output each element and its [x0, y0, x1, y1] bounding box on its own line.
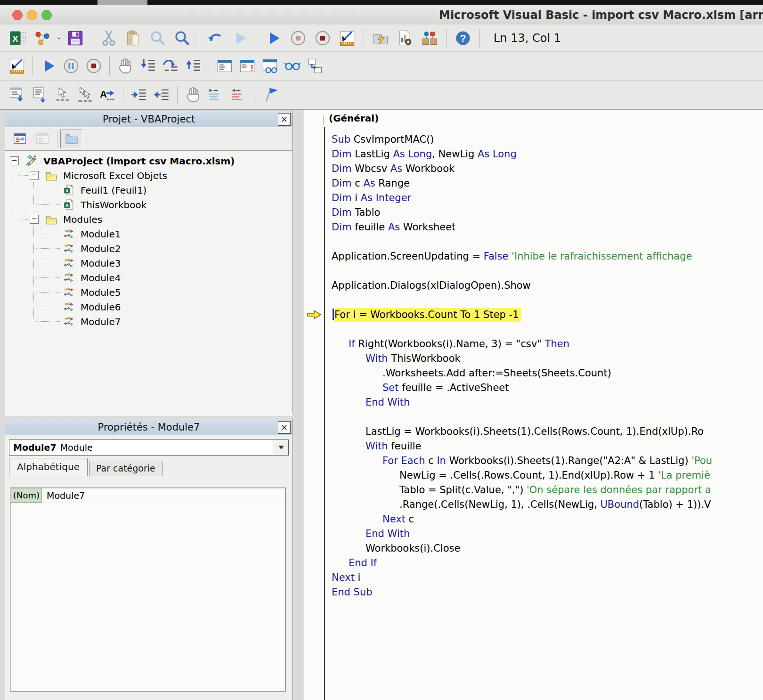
- indent-button[interactable]: [128, 83, 150, 106]
- code-line-17[interactable]: .Worksheets.Add after:=Sheets(Sheets.Cou…: [325, 366, 763, 381]
- watch-window-button[interactable]: [259, 55, 281, 77]
- project-explorer-button[interactable]: [368, 27, 393, 49]
- tree-item-module1[interactable]: Module1: [5, 227, 292, 241]
- step-into-button[interactable]: [137, 55, 159, 77]
- find-strong-button[interactable]: [170, 27, 195, 49]
- properties-panel-titlebar[interactable]: Propriétés - Module7: [5, 419, 292, 435]
- run-button[interactable]: [37, 55, 60, 77]
- code-line-21[interactable]: LastLig = Workbooks(i).Sheets(1).Cells(R…: [325, 424, 763, 439]
- code-line-26[interactable]: .Range(.Cells(NewLig, 1), .Cells(NewLig,…: [325, 497, 763, 512]
- outdent-button[interactable]: [150, 83, 173, 106]
- locals-window-button[interactable]: [213, 55, 236, 77]
- breakpoint-hand-button[interactable]: [182, 83, 204, 106]
- quick-info-button[interactable]: [51, 83, 73, 106]
- code-line-24[interactable]: NewLig = .Cells(.Rows.Count, 1).End(xlUp…: [325, 468, 763, 483]
- code-line-23[interactable]: For Each c In Workbooks(i).Sheets(1).Ran…: [325, 454, 763, 468]
- code-line-15[interactable]: If Right(Workbooks(i).Name, 3) = "csv" T…: [325, 337, 763, 351]
- tree-item-feuil1-feuil1[interactable]: XFeuil1 (Feuil1): [5, 183, 292, 197]
- breakpoint-hand-button[interactable]: [114, 55, 137, 77]
- tree-item-module3[interactable]: Module3: [5, 256, 292, 270]
- code-line-27[interactable]: Next c: [325, 512, 763, 527]
- code-line-29[interactable]: Workbooks(i).Close: [325, 541, 763, 556]
- tree-item-module5[interactable]: Module5: [5, 285, 292, 300]
- tree-item-module4[interactable]: Module4: [5, 270, 292, 285]
- dropdown-caret[interactable]: [55, 27, 63, 49]
- code-line-11[interactable]: Application.Dialogs(xlDialogOpen).Show: [325, 278, 763, 293]
- call-stack-button[interactable]: [304, 55, 326, 77]
- tree-item-module7[interactable]: Module7: [5, 314, 292, 329]
- properties-window-button[interactable]: [393, 27, 417, 49]
- reset-button[interactable]: [82, 55, 105, 77]
- dropdown-arrow-button[interactable]: [274, 440, 288, 455]
- run-button[interactable]: [261, 27, 286, 49]
- save-button[interactable]: [63, 27, 88, 49]
- help-button[interactable]: ?: [451, 27, 475, 49]
- tree-expander[interactable]: −: [30, 171, 39, 180]
- list-constants-button[interactable]: [28, 83, 51, 106]
- code-line-16[interactable]: With ThisWorkbook: [325, 351, 763, 366]
- step-out-button[interactable]: [182, 55, 204, 77]
- design-mode-button[interactable]: [6, 55, 28, 77]
- code-line-2[interactable]: Dim LastLig As Long, NewLig As Long: [325, 147, 763, 162]
- code-line-22[interactable]: With feuille: [325, 439, 763, 454]
- code-line-20[interactable]: [325, 410, 763, 424]
- reset-button[interactable]: [310, 27, 335, 49]
- tab-alphab-tique[interactable]: Alphabétique: [9, 458, 88, 476]
- code-line-4[interactable]: Dim c As Range: [325, 176, 763, 191]
- code-object-dropdown[interactable]: (Général): [304, 110, 763, 127]
- complete-word-button[interactable]: A: [96, 83, 119, 106]
- code-line-8[interactable]: [325, 235, 763, 249]
- code-line-6[interactable]: Dim Tablo: [325, 205, 763, 220]
- code-line-12[interactable]: [325, 293, 763, 308]
- uncomment-block-button[interactable]: [227, 83, 250, 106]
- minimize-window-button[interactable]: [27, 10, 37, 20]
- components-button[interactable]: [30, 27, 55, 49]
- project-panel-close-button[interactable]: [278, 113, 291, 126]
- design-mode-button[interactable]: [335, 27, 359, 49]
- bookmark-button[interactable]: [259, 83, 281, 106]
- cut-button[interactable]: [97, 27, 121, 49]
- code-line-19[interactable]: End With: [325, 395, 763, 410]
- pause-button[interactable]: [60, 55, 82, 77]
- find-button[interactable]: [146, 27, 170, 49]
- code-text-area[interactable]: Sub CsvImportMAC()Dim LastLig As Long, N…: [325, 127, 763, 700]
- tree-item-module6[interactable]: Module6: [5, 300, 292, 314]
- redo-button[interactable]: [228, 27, 252, 49]
- code-line-3[interactable]: Dim Wbcsv As Workbook: [325, 162, 763, 176]
- comment-block-button[interactable]: [204, 83, 227, 106]
- tree-item-vbaproject-import-csv-macro-xlsm[interactable]: −VBAProject (import csv Macro.xlsm): [5, 154, 292, 168]
- code-line-25[interactable]: Tablo = Split(c.Value, ",") 'On sépare l…: [325, 483, 763, 497]
- tree-item-modules[interactable]: −Modules: [5, 212, 292, 227]
- tree-item-thisworkbook[interactable]: XThisWorkbook: [5, 197, 292, 212]
- undo-button[interactable]: [203, 27, 228, 49]
- paste-button[interactable]: [121, 27, 146, 49]
- code-line-13[interactable]: For i = Workbooks.Count To 1 Step -1: [325, 308, 763, 322]
- code-line-7[interactable]: Dim feuille As Worksheet: [325, 220, 763, 235]
- parameter-info-button[interactable]: [73, 83, 96, 106]
- code-line-32[interactable]: End Sub: [325, 585, 763, 600]
- view-object-button[interactable]: [32, 130, 54, 148]
- list-properties-button[interactable]: [6, 83, 28, 106]
- close-window-button[interactable]: [12, 10, 23, 20]
- object-browser-button[interactable]: [417, 27, 442, 49]
- break-button[interactable]: [286, 27, 310, 49]
- code-line-28[interactable]: End With: [325, 527, 763, 541]
- code-line-30[interactable]: End If: [325, 556, 763, 570]
- code-line-31[interactable]: Next i: [325, 570, 763, 585]
- tree-item-microsoft-excel-objets[interactable]: −Microsoft Excel Objets: [5, 168, 292, 183]
- code-line-18[interactable]: Set feuille = .ActiveSheet: [325, 381, 763, 395]
- quick-watch-button[interactable]: [281, 55, 304, 77]
- view-code-button[interactable]: [9, 130, 32, 148]
- code-line-9[interactable]: Application.ScreenUpdating = False 'Inhi…: [325, 249, 763, 264]
- zoom-window-button[interactable]: [41, 10, 52, 20]
- object-selector-dropdown[interactable]: Module7 Module: [9, 440, 289, 456]
- tree-expander[interactable]: −: [30, 215, 39, 224]
- tree-item-module2[interactable]: Module2: [5, 241, 292, 256]
- project-panel-titlebar[interactable]: Projet - VBAProject: [5, 111, 292, 127]
- properties-panel-close-button[interactable]: [278, 421, 291, 434]
- code-line-1[interactable]: Sub CsvImportMAC(): [325, 132, 763, 147]
- property-row[interactable]: (Nom)Module7: [10, 488, 285, 503]
- tab-par-cat-gorie[interactable]: Par catégorie: [89, 461, 162, 476]
- tree-expander[interactable]: −: [10, 156, 19, 165]
- code-line-14[interactable]: [325, 322, 763, 337]
